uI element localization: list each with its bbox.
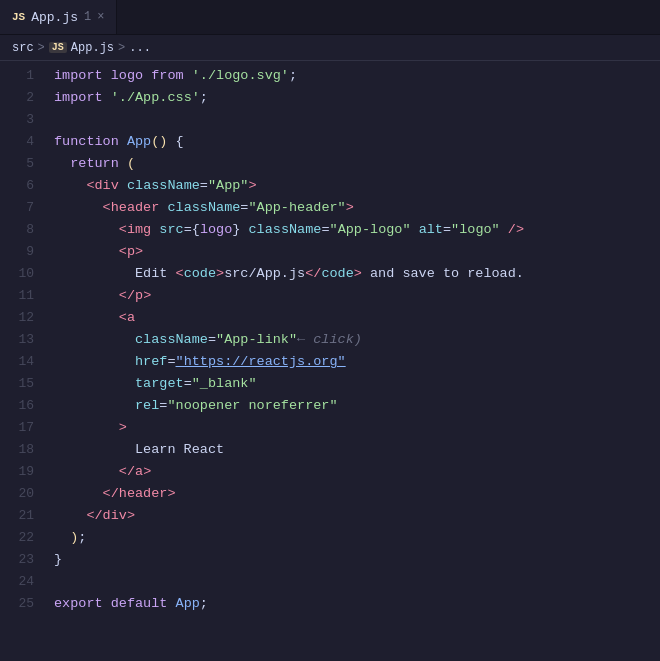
line-3: 3 [0, 109, 660, 131]
line-content: Learn React [50, 439, 660, 461]
line-number: 12 [0, 307, 50, 329]
breadcrumb-sep2: > [118, 41, 125, 55]
line-15: 15 target="_blank" [0, 373, 660, 395]
line-5: 5 return ( [0, 153, 660, 175]
line-14: 14 href="https://reactjs.org" [0, 351, 660, 373]
line-content: className="App-link"← click) [50, 329, 660, 351]
line-number: 8 [0, 219, 50, 241]
line-number: 15 [0, 373, 50, 395]
line-number: 9 [0, 241, 50, 263]
line-18: 18 Learn React [0, 439, 660, 461]
line-content: > [50, 417, 660, 439]
active-tab[interactable]: JS App.js 1 × [0, 0, 117, 34]
line-2: 2 import './App.css'; [0, 87, 660, 109]
line-number: 3 [0, 109, 50, 131]
breadcrumb-sep1: > [38, 41, 45, 55]
line-23: 23 } [0, 549, 660, 571]
line-content: ); [50, 527, 660, 549]
line-number: 4 [0, 131, 50, 153]
line-4: 4 function App() { [0, 131, 660, 153]
line-number: 1 [0, 65, 50, 87]
line-22: 22 ); [0, 527, 660, 549]
line-content: <p> [50, 241, 660, 263]
line-10: 10 Edit <code>src/App.js</code> and save… [0, 263, 660, 285]
line-content: import logo from './logo.svg'; [50, 65, 660, 87]
line-content: target="_blank" [50, 373, 660, 395]
line-content: <a [50, 307, 660, 329]
close-icon[interactable]: × [97, 10, 104, 24]
breadcrumb: src > JS App.js > ... [0, 35, 660, 61]
line-7: 7 <header className="App-header"> [0, 197, 660, 219]
line-number: 21 [0, 505, 50, 527]
line-number: 13 [0, 329, 50, 351]
line-content: } [50, 549, 660, 571]
breadcrumb-file: App.js [71, 41, 114, 55]
line-number: 16 [0, 395, 50, 417]
breadcrumb-dots: ... [129, 41, 151, 55]
line-number: 25 [0, 593, 50, 615]
line-content: href="https://reactjs.org" [50, 351, 660, 373]
line-number: 20 [0, 483, 50, 505]
line-21: 21 </div> [0, 505, 660, 527]
line-content: import './App.css'; [50, 87, 660, 109]
line-content: <img src={logo} className="App-logo" alt… [50, 219, 660, 241]
line-17: 17 > [0, 417, 660, 439]
line-content [50, 109, 660, 131]
line-11: 11 </p> [0, 285, 660, 307]
line-number: 18 [0, 439, 50, 461]
line-content: rel="noopener noreferrer" [50, 395, 660, 417]
editor: 1 import logo from './logo.svg'; 2 impor… [0, 61, 660, 619]
line-number: 5 [0, 153, 50, 175]
line-13: 13 className="App-link"← click) [0, 329, 660, 351]
line-content: </div> [50, 505, 660, 527]
line-12: 12 <a [0, 307, 660, 329]
breadcrumb-js-badge: JS [49, 42, 67, 53]
line-number: 19 [0, 461, 50, 483]
line-content: function App() { [50, 131, 660, 153]
line-number: 7 [0, 197, 50, 219]
tab-bar: JS App.js 1 × [0, 0, 660, 35]
breadcrumb-src: src [12, 41, 34, 55]
line-1: 1 import logo from './logo.svg'; [0, 65, 660, 87]
line-content: </a> [50, 461, 660, 483]
line-number: 11 [0, 285, 50, 307]
line-number: 10 [0, 263, 50, 285]
line-number: 17 [0, 417, 50, 439]
line-6: 6 <div className="App"> [0, 175, 660, 197]
line-20: 20 </header> [0, 483, 660, 505]
tab-js-icon: JS [12, 11, 25, 23]
line-content: <div className="App"> [50, 175, 660, 197]
line-9: 9 <p> [0, 241, 660, 263]
line-number: 24 [0, 571, 50, 593]
line-content: Edit <code>src/App.js</code> and save to… [50, 263, 660, 285]
line-8: 8 <img src={logo} className="App-logo" a… [0, 219, 660, 241]
line-19: 19 </a> [0, 461, 660, 483]
line-content: return ( [50, 153, 660, 175]
line-content: </header> [50, 483, 660, 505]
line-number: 23 [0, 549, 50, 571]
line-content: export default App; [50, 593, 660, 615]
tab-number: 1 [84, 10, 91, 24]
tab-filename: App.js [31, 10, 78, 25]
line-content [50, 571, 660, 593]
line-25: 25 export default App; [0, 593, 660, 615]
line-number: 22 [0, 527, 50, 549]
line-24: 24 [0, 571, 660, 593]
line-number: 14 [0, 351, 50, 373]
line-16: 16 rel="noopener noreferrer" [0, 395, 660, 417]
line-content: <header className="App-header"> [50, 197, 660, 219]
line-content: </p> [50, 285, 660, 307]
line-number: 2 [0, 87, 50, 109]
line-number: 6 [0, 175, 50, 197]
